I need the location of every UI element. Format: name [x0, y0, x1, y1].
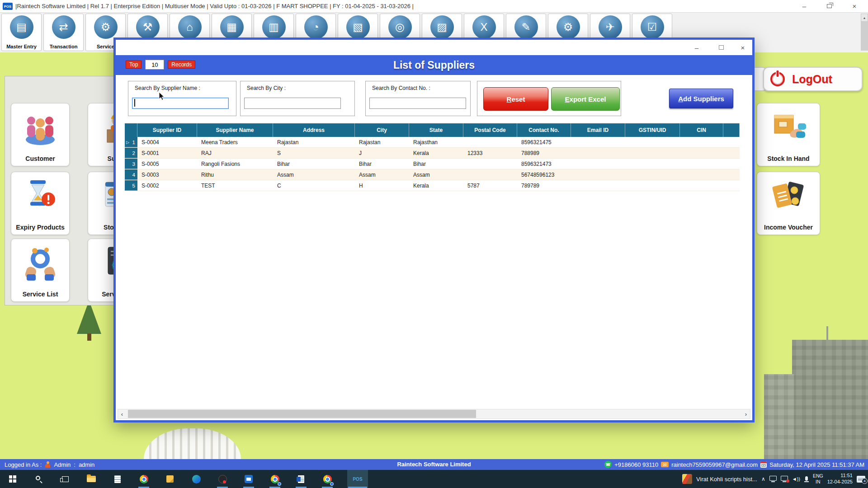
restore-button[interactable]	[819, 0, 839, 12]
screen: POS |Raintech Software Limited | Rel 1.7…	[0, 0, 868, 488]
tree-decoration	[77, 300, 101, 334]
column-header[interactable]: Email ID	[571, 123, 625, 137]
column-header[interactable]: GSTIN/UID	[625, 123, 680, 137]
master-entry-icon: ▤	[10, 15, 33, 39]
table-header-row: Supplier ID Supplier Name Address City S…	[125, 123, 740, 137]
notepad-button[interactable]	[111, 470, 124, 488]
service-icon: ⚙	[94, 15, 118, 39]
microphone-tray-icon[interactable]	[804, 476, 809, 482]
column-header[interactable]: Address	[273, 123, 355, 137]
tile-customer[interactable]: Customer	[11, 103, 70, 166]
tray-chevron-icon[interactable]: ∧	[761, 476, 765, 482]
column-header[interactable]: City	[355, 123, 409, 137]
column-header[interactable]: CIN	[680, 123, 723, 137]
scroll-left-arrow[interactable]: ‹	[118, 409, 126, 418]
table-row[interactable]: 3 S-0005 Rangoli Fasions Bihar Bihar Bih…	[125, 159, 740, 169]
building-decoration	[792, 340, 868, 459]
file-explorer-button[interactable]	[85, 470, 98, 488]
tile-expiry-products[interactable]: Expiry Products	[11, 172, 70, 235]
table-row[interactable]: 2 S-0001 RAJ S J Kerala 12333 788989	[125, 148, 740, 159]
table-row[interactable]: ▷1 S-0004 Meena Traders Rajastan Rajasta…	[125, 137, 740, 148]
search-supplier-input[interactable]	[132, 98, 229, 109]
column-header[interactable]: Postal Code	[463, 123, 517, 137]
suppliers-table: Supplier ID Supplier Name Address City S…	[125, 123, 740, 191]
toolbar-scroll-thumb[interactable]	[861, 22, 868, 51]
news-widget-icon[interactable]	[682, 474, 692, 484]
excel-icon: X	[472, 15, 496, 39]
table-row[interactable]: 5 S-0002 TEST C H Kerala 5787 789789	[125, 180, 740, 191]
edit-icon: ✎	[514, 15, 538, 39]
actions-group: Reset Export Excel	[477, 81, 621, 116]
search-city-input[interactable]	[244, 98, 341, 109]
notification-center-icon[interactable]: 4	[857, 476, 865, 483]
transaction-icon: ⇄	[52, 15, 75, 39]
suppliers-dialog: – × List of Suppliers Top Records Search…	[113, 38, 755, 422]
start-button[interactable]	[6, 470, 19, 488]
chrome-profile-button[interactable]	[321, 470, 334, 488]
logout-button[interactable]: LogOut	[763, 67, 863, 91]
word-button[interactable]	[294, 470, 308, 488]
add-suppliers-button[interactable]: Add Suppliers	[669, 89, 733, 108]
display-tray-icon[interactable]	[769, 476, 777, 482]
chrome-sync-button[interactable]	[268, 470, 282, 488]
pos-app-taskbar-button[interactable]: POS	[347, 470, 368, 488]
close-icon: ×	[853, 2, 857, 10]
tile-service-list[interactable]: Service List	[11, 239, 70, 302]
reset-button[interactable]: Reset	[483, 87, 548, 111]
statusbar-phone: +9186060 93110	[614, 461, 658, 468]
column-header[interactable]: Contact No.	[517, 123, 571, 137]
volume-tray-icon[interactable]: ◄))	[792, 476, 800, 482]
scroll-up-icon: ▲	[863, 16, 866, 19]
column-header[interactable]: State	[409, 123, 463, 137]
export-excel-button[interactable]: Export Excel	[551, 87, 620, 111]
row-number-header	[125, 123, 137, 137]
close-button[interactable]: ×	[844, 0, 864, 12]
dialog-minimize-button[interactable]: –	[690, 42, 703, 53]
dialog-maximize-button[interactable]	[714, 42, 728, 53]
search-city-label: Search By City :	[246, 85, 287, 91]
database-icon: ▨	[430, 15, 454, 39]
top-records-input[interactable]	[145, 60, 164, 70]
minimize-button[interactable]: –	[794, 0, 814, 12]
table-hscrollbar[interactable]: ‹ ›	[118, 409, 750, 419]
toolbar-transaction-button[interactable]: ⇄Transaction	[43, 14, 84, 51]
restore-icon	[827, 4, 832, 8]
chrome-icon	[323, 475, 332, 483]
tree-trunk-decoration	[87, 333, 91, 341]
column-header[interactable]: Supplier Name	[197, 123, 273, 137]
toolbar-master-entry-button[interactable]: ▤Master Entry	[1, 14, 42, 51]
tasks-icon: ☑	[641, 15, 664, 39]
hscroll-thumb[interactable]	[128, 410, 476, 418]
chrome-icon	[140, 475, 148, 483]
edge-button[interactable]	[189, 470, 203, 488]
search-contact-group: Search By Contact No. :	[365, 81, 471, 116]
chrome-button[interactable]	[137, 470, 151, 488]
task-view-button[interactable]	[58, 470, 72, 488]
user-name: admin	[79, 461, 94, 468]
statusbar-email: raintech7559059967@gmail.com	[671, 461, 758, 468]
dialog-minimize-icon: –	[695, 44, 698, 52]
news-ticker-text[interactable]: Virat Kohli scripts hist...	[696, 476, 757, 483]
dialog-close-button[interactable]: ×	[736, 42, 750, 53]
column-header[interactable]: Supplier ID	[137, 123, 197, 137]
tile-income-voucher[interactable]: Income Voucher	[757, 172, 820, 235]
stock-in-hand-icon	[768, 108, 809, 150]
records-label: Records	[168, 61, 195, 69]
screencast-tray-icon[interactable]	[781, 476, 788, 482]
scroll-right-arrow[interactable]: ›	[742, 409, 750, 418]
table-row[interactable]: 4 S-0003 Rithu Assam Assam Assam 5674859…	[125, 169, 740, 180]
remote-desktop-button[interactable]	[242, 470, 255, 488]
settings-icon: ⚙	[557, 15, 580, 39]
toolbar-scroll-up[interactable]: ▲	[861, 14, 868, 22]
sticky-notes-button[interactable]	[163, 470, 177, 488]
taskbar-search-button[interactable]	[32, 470, 46, 488]
media-player-button[interactable]	[216, 470, 229, 488]
folder-icon	[87, 476, 96, 482]
tile-stock-in-hand[interactable]: Stock In Hand	[757, 103, 820, 166]
search-contact-input[interactable]	[369, 98, 466, 109]
language-indicator[interactable]: ENGIN	[813, 473, 823, 484]
text-caret	[134, 99, 135, 107]
report-icon: ▧	[346, 15, 370, 39]
clock[interactable]: 11:5112-04-2025	[827, 473, 853, 485]
customer-icon	[21, 108, 59, 150]
